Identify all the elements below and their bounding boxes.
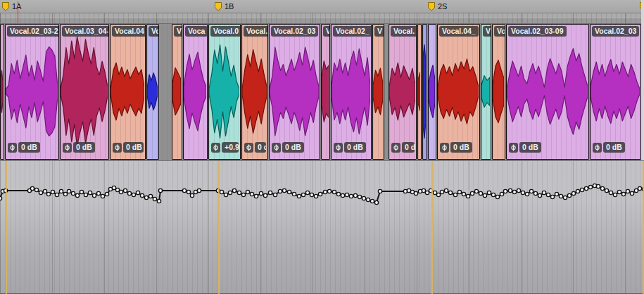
envelope-point[interactable] (237, 191, 241, 194)
audio-clip[interactable]: V (372, 24, 384, 160)
audio-clip[interactable]: Vo (321, 24, 330, 160)
envelope-point[interactable] (474, 189, 478, 193)
envelope-point[interactable] (512, 190, 516, 193)
envelope-point[interactable] (323, 190, 327, 193)
envelope-point[interactable] (374, 200, 378, 204)
timeline-ruler[interactable] (0, 13, 644, 24)
volume-knob-icon[interactable] (391, 143, 400, 153)
envelope-point[interactable] (563, 196, 567, 199)
timeline-marker[interactable]: 1A (1, 1, 21, 12)
envelope-point[interactable] (297, 194, 301, 198)
volume-knob-icon[interactable] (8, 143, 17, 153)
envelope-point[interactable] (345, 193, 348, 196)
envelope-point[interactable] (414, 191, 417, 195)
envelope-point[interactable] (123, 188, 127, 192)
envelope-point[interactable] (314, 194, 317, 198)
envelope-point[interactable] (140, 193, 144, 197)
envelope-point[interactable] (600, 186, 604, 190)
envelope-point[interactable] (425, 191, 429, 194)
audio-clip[interactable]: Vocal.02_03-090 dB (506, 24, 589, 160)
envelope-point[interactable] (132, 193, 135, 196)
envelope-point[interactable] (479, 191, 482, 195)
envelope-point[interactable] (546, 193, 550, 196)
envelope-point[interactable] (59, 189, 63, 193)
audio-clip[interactable]: Vocal.0+0.9 (208, 24, 241, 160)
clip-volume-badge[interactable]: 0 dB (113, 142, 144, 153)
envelope-point[interactable] (349, 194, 353, 198)
volume-knob-icon[interactable] (593, 143, 602, 153)
envelope-point[interactable] (559, 194, 562, 198)
envelope-point[interactable] (436, 193, 440, 196)
volume-knob-icon[interactable] (211, 143, 220, 153)
envelope-point[interactable] (80, 190, 83, 193)
envelope-point[interactable] (358, 195, 361, 198)
envelope-point[interactable] (572, 191, 575, 195)
audio-clip[interactable]: V (172, 24, 182, 160)
envelope-point[interactable] (254, 194, 258, 198)
envelope-point[interactable] (182, 188, 186, 192)
clip-volume-badge[interactable]: 0 dB (334, 142, 366, 153)
envelope-point[interactable] (576, 189, 579, 193)
envelope-point[interactable] (310, 193, 313, 196)
envelope-point[interactable] (444, 188, 448, 192)
envelope-point[interactable] (462, 192, 465, 196)
envelope-point[interactable] (533, 191, 537, 195)
envelope-point[interactable] (605, 188, 608, 192)
envelope-point[interactable] (157, 199, 160, 203)
clip-volume-badge[interactable]: 0 dB (272, 142, 304, 153)
envelope-point[interactable] (127, 191, 131, 195)
envelope-point[interactable] (500, 192, 503, 196)
envelope-point[interactable] (638, 186, 641, 190)
audio-clip[interactable]: Vocal.02_030 dB (269, 24, 320, 160)
envelope-point[interactable] (366, 198, 370, 201)
envelope-point[interactable] (378, 189, 381, 193)
audio-clip[interactable]: Vocal.0 d (389, 24, 417, 160)
envelope-point[interactable] (626, 189, 629, 193)
volume-knob-icon[interactable] (334, 143, 343, 153)
audio-clip[interactable]: Vocal.02_030 dB (590, 24, 641, 160)
volume-knob-icon[interactable] (272, 143, 281, 153)
envelope-point[interactable] (538, 193, 541, 197)
envelope-point[interactable] (187, 190, 190, 193)
audio-clip[interactable] (417, 24, 422, 160)
envelope-point[interactable] (246, 190, 249, 193)
audio-clip[interactable]: V (481, 24, 491, 160)
envelope-point[interactable] (232, 188, 236, 192)
envelope-point[interactable] (495, 195, 499, 198)
envelope-point[interactable] (487, 191, 491, 194)
envelope-point[interactable] (84, 193, 87, 196)
envelope-point[interactable] (71, 191, 75, 195)
envelope-point[interactable] (422, 188, 425, 192)
envelope-point[interactable] (588, 185, 592, 188)
envelope-point[interactable] (529, 189, 533, 193)
envelope-point[interactable] (370, 199, 374, 203)
envelope-point[interactable] (292, 192, 296, 196)
timeline-marker[interactable]: 1B (214, 1, 234, 12)
timeline-marker[interactable]: 2S (427, 1, 447, 12)
envelope-point[interactable] (453, 193, 457, 196)
clip-volume-badge[interactable]: 0 d (391, 142, 415, 153)
envelope-point[interactable] (433, 191, 436, 194)
envelope-point[interactable] (228, 191, 232, 194)
audio-clip[interactable]: Vocal.04_0 dB (437, 24, 480, 160)
envelope-point[interactable] (596, 184, 600, 188)
audio-clip[interactable]: Vocal.02_0 dB (331, 24, 372, 160)
envelope-point[interactable] (508, 188, 512, 192)
envelope-point[interactable] (63, 192, 67, 196)
envelope-point[interactable] (483, 193, 486, 197)
envelope-point[interactable] (332, 190, 336, 193)
audio-clip[interactable]: Vocal.02_03-20 dB (5, 24, 59, 160)
envelope-point[interactable] (241, 193, 245, 196)
envelope-point[interactable] (96, 191, 100, 195)
envelope-point[interactable] (105, 192, 108, 196)
envelope-point[interactable] (550, 195, 554, 198)
envelope-point[interactable] (503, 189, 507, 193)
envelope-point[interactable] (630, 191, 633, 195)
envelope-point[interactable] (621, 192, 625, 196)
clip-volume-badge[interactable]: +0.9 (211, 142, 239, 153)
volume-knob-icon[interactable] (63, 143, 72, 153)
envelope-point[interactable] (190, 193, 194, 197)
envelope-point[interactable] (46, 192, 50, 196)
envelope-point[interactable] (584, 186, 588, 190)
audio-clip[interactable] (428, 24, 436, 160)
